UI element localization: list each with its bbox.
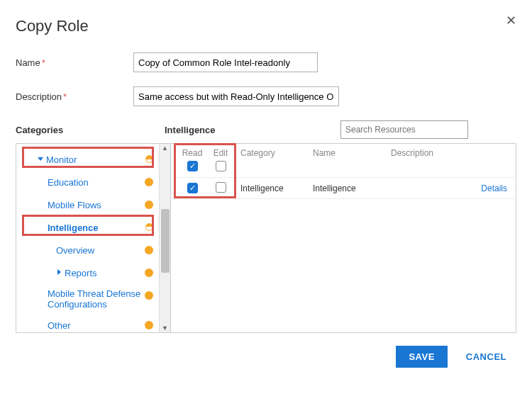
section-header: Categories Intelligence [16, 120, 516, 139]
close-icon[interactable]: ✕ [506, 14, 516, 27]
col-read-label: Read [182, 148, 203, 158]
header-edit-checkbox[interactable] [216, 161, 226, 171]
edit-checkbox[interactable] [216, 182, 226, 193]
description-label: Description* [16, 91, 133, 102]
name-label-text: Name [16, 57, 40, 68]
sidebar-item-mtd[interactable]: Mobile Threat Defense Configurations [16, 284, 170, 314]
scroll-track[interactable] [160, 152, 170, 324]
cancel-button[interactable]: CANCEL [462, 351, 511, 363]
required-mark: * [63, 91, 67, 102]
status-dot-icon [145, 269, 153, 277]
sidebar-item-label: Intelligence [48, 222, 99, 233]
status-dot-icon [145, 246, 153, 254]
sidebar-item-monitor[interactable]: Monitor [16, 148, 170, 171]
sidebar-item-overview[interactable]: Overview [16, 239, 170, 261]
copy-role-dialog: Copy Role ✕ Name* Description* Categorie… [0, 0, 532, 379]
read-checkbox[interactable] [187, 183, 198, 193]
cell-category: Intelligence [235, 183, 313, 193]
row-name: Name* [16, 52, 516, 72]
status-dot-icon [145, 200, 153, 209]
name-label: Name* [16, 57, 133, 68]
sidebar-item-label: Other [48, 320, 71, 331]
save-button[interactable]: SAVE [396, 346, 447, 368]
details-link[interactable]: Details [481, 183, 507, 193]
sidebar-item-intel[interactable]: Intelligence [16, 216, 170, 239]
content-area: MonitorEducationMobile FlowsIntelligence… [16, 143, 516, 333]
status-dot-icon [145, 155, 153, 163]
grid-body: IntelligenceIntelligenceDetails [171, 178, 516, 199]
status-dot-icon [145, 178, 153, 186]
sidebar-item-label: Overview [56, 245, 94, 256]
col-category-label: Category [235, 148, 313, 158]
sidebar-item-mflows[interactable]: Mobile Flows [16, 193, 170, 216]
table-row: IntelligenceIntelligenceDetails [171, 178, 516, 199]
scroll-down-icon[interactable]: ▼ [162, 324, 168, 332]
status-dot-icon [145, 223, 153, 231]
name-input[interactable] [133, 52, 318, 72]
permissions-pane: Read Edit Category Name Description .gri… [171, 144, 516, 332]
dialog-footer: SAVE CANCEL [16, 346, 516, 368]
scrollbar[interactable]: ▲ ▼ [159, 144, 170, 332]
sidebar-item-label: Monitor [46, 154, 77, 165]
sidebar-item-reports[interactable]: Reports [16, 261, 170, 284]
sidebar-item-label: Reports [65, 268, 97, 278]
required-mark: * [42, 57, 45, 68]
row-description: Description* [16, 86, 516, 106]
categories-pane: MonitorEducationMobile FlowsIntelligence… [16, 144, 171, 332]
status-dot-icon [145, 291, 153, 300]
categories-section-label: Categories [16, 125, 165, 135]
col-read: Read [178, 148, 206, 171]
sidebar-item-label: Mobile Flows [48, 200, 101, 210]
chevron-right-icon[interactable] [56, 269, 63, 276]
description-input[interactable] [133, 86, 339, 106]
col-edit: Edit [206, 148, 235, 171]
search-input[interactable] [340, 120, 468, 139]
sidebar-item-education[interactable]: Education [16, 171, 170, 193]
scroll-up-icon[interactable]: ▲ [162, 144, 168, 152]
dialog-title: Copy Role [16, 17, 516, 35]
sidebar-item-label: Mobile Threat Defense Configurations [48, 288, 147, 310]
status-dot-icon [145, 321, 153, 329]
chevron-down-icon[interactable] [38, 156, 45, 163]
categories-list: MonitorEducationMobile FlowsIntelligence… [16, 144, 170, 332]
col-description-label: Description [391, 148, 516, 158]
sidebar-item-other[interactable]: Other [16, 314, 170, 332]
sidebar-item-label: Education [48, 177, 89, 188]
selected-section-label: Intelligence [165, 125, 340, 135]
grid-header: Read Edit Category Name Description [171, 144, 516, 178]
col-name-label: Name [313, 148, 391, 158]
scroll-thumb[interactable] [161, 209, 170, 273]
col-edit-label: Edit [214, 148, 228, 158]
cell-name: Intelligence [313, 183, 391, 193]
header-read-checkbox[interactable] [187, 161, 198, 171]
description-label-text: Description [16, 91, 62, 102]
